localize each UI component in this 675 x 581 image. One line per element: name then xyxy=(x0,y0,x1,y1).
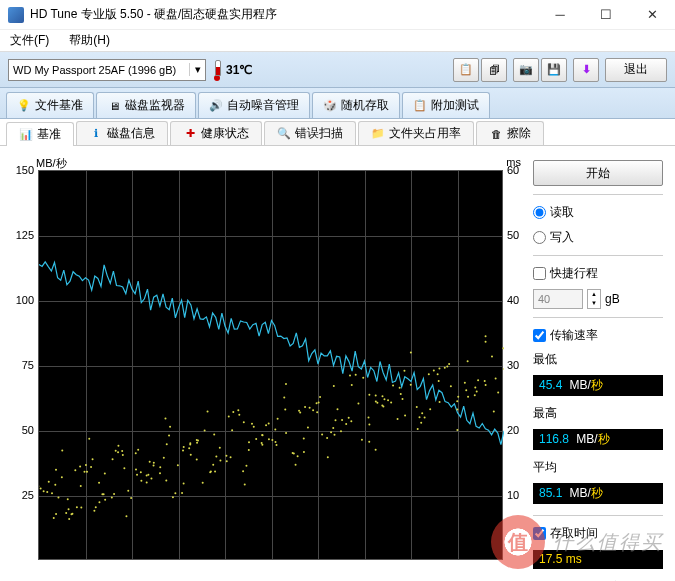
svg-point-84 xyxy=(202,482,204,484)
svg-point-125 xyxy=(277,418,279,420)
svg-point-185 xyxy=(400,393,402,395)
chart-canvas xyxy=(38,170,503,560)
svg-point-220 xyxy=(495,377,497,379)
copy-info-button[interactable]: 📋 xyxy=(453,58,479,82)
transfer-rate-check[interactable]: 传输速率 xyxy=(533,326,663,345)
svg-point-154 xyxy=(330,431,332,433)
svg-point-139 xyxy=(299,412,301,414)
tab-random-access[interactable]: 🎲随机存取 xyxy=(312,92,400,118)
svg-point-81 xyxy=(196,442,198,444)
svg-point-70 xyxy=(163,457,165,459)
svg-point-3 xyxy=(46,491,48,493)
svg-point-210 xyxy=(464,382,466,384)
max-label: 最高 xyxy=(533,405,663,422)
svg-point-188 xyxy=(417,428,419,430)
svg-point-152 xyxy=(340,430,342,432)
toolbar: WD My Passport 25AF (1996 gB) ▾ 31℃ 📋 🗐 … xyxy=(0,52,675,88)
svg-point-127 xyxy=(285,383,287,385)
menubar: 文件(F) 帮助(H) xyxy=(0,30,675,52)
start-button[interactable]: 开始 xyxy=(533,160,663,186)
tab-disk-monitor[interactable]: 🖥磁盘监视器 xyxy=(96,92,196,118)
svg-point-47 xyxy=(117,445,119,447)
svg-point-102 xyxy=(232,411,234,413)
subtab-error-scan[interactable]: 🔍错误扫描 xyxy=(264,121,356,145)
svg-point-67 xyxy=(164,417,166,419)
maximize-button[interactable]: ☐ xyxy=(583,0,629,29)
svg-point-211 xyxy=(467,360,469,362)
svg-point-4 xyxy=(53,517,55,519)
svg-point-190 xyxy=(416,406,418,408)
exit-button[interactable]: 退出 xyxy=(605,58,667,82)
svg-point-94 xyxy=(212,464,214,466)
copy-screenshot-button[interactable]: 🗐 xyxy=(481,58,507,82)
svg-point-136 xyxy=(309,407,311,409)
chevron-down-icon[interactable]: ▾ xyxy=(189,63,205,76)
svg-point-64 xyxy=(159,466,161,468)
svg-point-2 xyxy=(40,487,42,489)
svg-point-40 xyxy=(112,458,114,460)
svg-point-46 xyxy=(117,451,119,453)
svg-point-44 xyxy=(127,490,129,492)
svg-point-78 xyxy=(182,449,184,451)
svg-point-43 xyxy=(122,454,124,456)
svg-point-15 xyxy=(61,476,63,478)
subtab-info[interactable]: ℹ磁盘信息 xyxy=(76,121,168,145)
svg-point-58 xyxy=(150,477,152,479)
subtab-health[interactable]: ✚健康状态 xyxy=(170,121,262,145)
svg-point-110 xyxy=(248,449,250,451)
svg-point-149 xyxy=(332,427,334,429)
svg-point-93 xyxy=(209,471,211,473)
benchmark-chart: MB/秒 ms 150125100755025605040302010 xyxy=(8,154,525,581)
subtab-benchmark[interactable]: 📊基准 xyxy=(6,122,74,146)
thermometer-icon xyxy=(212,59,222,81)
tab-extra-tests[interactable]: 📋附加测试 xyxy=(402,92,490,118)
menu-file[interactable]: 文件(F) xyxy=(4,30,55,51)
svg-point-144 xyxy=(327,456,329,458)
svg-point-222 xyxy=(485,341,487,343)
svg-point-164 xyxy=(361,439,363,441)
quick-size-value[interactable]: 40 xyxy=(533,289,583,309)
svg-point-39 xyxy=(103,493,105,495)
svg-point-7 xyxy=(48,481,50,483)
svg-point-9 xyxy=(51,492,53,494)
quick-size-spinner[interactable]: ▲▼ xyxy=(587,289,601,309)
close-button[interactable]: ✕ xyxy=(629,0,675,29)
tab-file-benchmark[interactable]: 💡文件基准 xyxy=(6,92,94,118)
svg-point-124 xyxy=(275,441,277,443)
svg-point-11 xyxy=(61,450,63,452)
svg-point-199 xyxy=(428,373,430,375)
svg-point-215 xyxy=(465,389,467,391)
svg-point-51 xyxy=(135,452,137,454)
subtab-erase[interactable]: 🗑擦除 xyxy=(476,121,544,145)
menu-help[interactable]: 帮助(H) xyxy=(63,30,116,51)
drive-select[interactable]: WD My Passport 25AF (1996 gB) ▾ xyxy=(8,59,206,81)
health-icon: ✚ xyxy=(183,127,197,141)
svg-point-207 xyxy=(446,365,448,367)
svg-point-176 xyxy=(387,399,389,401)
access-time-check[interactable]: 存取时间 xyxy=(533,524,663,543)
mode-read[interactable]: 读取 xyxy=(533,203,663,222)
quick-trip-check[interactable]: 快捷行程 xyxy=(533,264,663,283)
minimize-button[interactable]: ─ xyxy=(537,0,583,29)
svg-point-177 xyxy=(381,395,383,397)
mode-write[interactable]: 写入 xyxy=(533,228,663,247)
options-button[interactable]: ⬇ xyxy=(573,58,599,82)
svg-point-27 xyxy=(90,466,92,468)
svg-point-49 xyxy=(130,497,132,499)
svg-point-12 xyxy=(68,518,70,520)
svg-point-74 xyxy=(183,483,185,485)
svg-point-174 xyxy=(381,405,383,407)
svg-point-63 xyxy=(153,464,155,466)
svg-point-29 xyxy=(98,482,100,484)
svg-point-89 xyxy=(215,455,217,457)
svg-point-32 xyxy=(93,510,95,512)
svg-point-138 xyxy=(298,410,300,412)
save-button[interactable]: 💾 xyxy=(541,58,567,82)
screenshot-button[interactable]: 📷 xyxy=(513,58,539,82)
tab-aam[interactable]: 🔊自动噪音管理 xyxy=(198,92,310,118)
svg-point-216 xyxy=(474,386,476,388)
svg-point-113 xyxy=(261,444,263,446)
svg-point-218 xyxy=(484,380,486,382)
subtab-folder-usage[interactable]: 📁文件夹占用率 xyxy=(358,121,474,145)
svg-point-54 xyxy=(135,469,137,471)
